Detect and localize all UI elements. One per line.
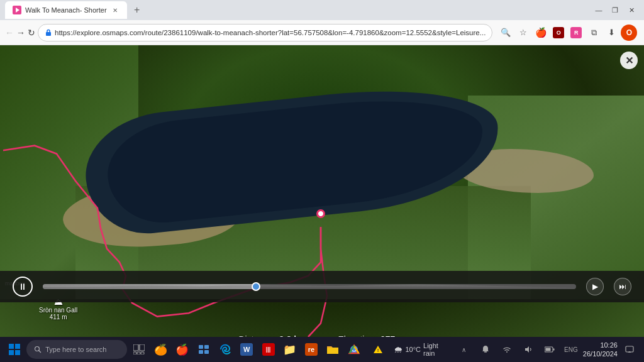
back-btn[interactable]: ← bbox=[5, 24, 14, 41]
weather-condition: Light rain bbox=[423, 342, 448, 357]
start-btn[interactable] bbox=[5, 339, 24, 359]
mountain-name: Sròn nan Gall bbox=[39, 307, 77, 314]
progress-thumb bbox=[252, 282, 260, 291]
download-btn[interactable]: ⬇ bbox=[603, 25, 619, 41]
distance-info: Distance: 3.8 km bbox=[238, 334, 306, 337]
ext1-btn[interactable]: 🍎 bbox=[533, 25, 549, 41]
svg-rect-16 bbox=[204, 350, 209, 354]
elevation-profile-svg bbox=[43, 284, 576, 289]
elevation-info: Elevation: 277 m bbox=[338, 334, 405, 337]
message-icon bbox=[625, 345, 634, 354]
svg-text:!: ! bbox=[377, 348, 379, 353]
forward-btn[interactable]: → bbox=[16, 24, 25, 41]
new-tab-btn[interactable]: + bbox=[130, 3, 145, 18]
svg-marker-23 bbox=[525, 346, 529, 353]
taskbar-search[interactable]: Type here to search bbox=[26, 340, 127, 359]
minimize-btn[interactable]: — bbox=[591, 3, 606, 18]
language-btn[interactable]: ENG bbox=[562, 339, 580, 359]
play-btn[interactable]: ▶ bbox=[586, 278, 604, 295]
address-bar[interactable]: https://explore.osmaps.com/route/2386110… bbox=[38, 24, 492, 41]
chrome-btn[interactable] bbox=[345, 339, 364, 359]
extensions-btn[interactable]: ⧉ bbox=[586, 25, 602, 41]
svg-rect-11 bbox=[137, 352, 140, 354]
search-btn[interactable]: 🔍 bbox=[497, 25, 514, 41]
fruit-icon-orange[interactable]: 🍊 bbox=[151, 339, 170, 359]
window-controls: — ❐ ✕ bbox=[591, 3, 639, 18]
svg-rect-2 bbox=[9, 344, 14, 349]
ext3-btn[interactable]: R bbox=[568, 25, 584, 41]
taskview-btn[interactable] bbox=[130, 339, 148, 359]
reload-btn[interactable]: ↻ bbox=[28, 24, 35, 41]
distance-label: Distance: bbox=[238, 334, 275, 337]
svg-rect-25 bbox=[553, 349, 554, 351]
svg-point-6 bbox=[35, 347, 40, 351]
wifi-icon[interactable] bbox=[497, 339, 516, 359]
pause-btn[interactable]: ⏸ bbox=[13, 277, 33, 297]
profile-btn[interactable]: O bbox=[621, 25, 637, 41]
toolbar: ← → ↻ https://explore.osmaps.com/route/2… bbox=[0, 20, 644, 45]
browser-window: Walk To Meanach- Shorter ✕ + — ❐ ✕ ← → ↻… bbox=[0, 0, 644, 362]
info-overlay: Distance: 3.8 km Elevation: 277 m bbox=[238, 334, 405, 337]
weather-icon: 🌧 bbox=[394, 344, 402, 354]
bookmark-btn[interactable]: ☆ bbox=[515, 25, 531, 41]
tab-title: Walk To Meanach- Shorter bbox=[25, 6, 107, 14]
svg-rect-10 bbox=[133, 352, 136, 354]
title-bar: Walk To Meanach- Shorter ✕ + — ❐ ✕ bbox=[0, 0, 644, 20]
lock-icon bbox=[45, 29, 52, 36]
action-center-btn[interactable] bbox=[620, 339, 639, 359]
language-text: ENG bbox=[564, 346, 578, 353]
battery-indicator bbox=[545, 346, 555, 353]
player-bar: ⏸ ▶ ⏭ bbox=[0, 271, 644, 302]
taskview2-btn[interactable] bbox=[194, 339, 213, 359]
svg-rect-9 bbox=[140, 344, 145, 351]
svg-line-7 bbox=[39, 351, 42, 353]
svg-marker-0 bbox=[16, 8, 19, 13]
taskbar-clock[interactable]: 10:26 26/10/2024 bbox=[583, 341, 618, 359]
toolbar-icons: 🔍 ☆ 🍎 O R ⧉ ⬇ O ⋮ bbox=[497, 25, 644, 41]
close-btn[interactable]: ✕ bbox=[624, 3, 639, 18]
sound-icon bbox=[524, 345, 533, 354]
bell-icon bbox=[481, 345, 490, 354]
folder2-btn[interactable] bbox=[323, 339, 342, 359]
recover-btn[interactable]: re bbox=[302, 339, 321, 359]
edge-icon bbox=[219, 344, 231, 355]
skip-btn[interactable]: ⏭ bbox=[614, 278, 631, 295]
svg-rect-4 bbox=[9, 350, 14, 355]
fruit-icon-apple[interactable]: 🍎 bbox=[173, 339, 192, 359]
ext2-btn[interactable]: O bbox=[550, 25, 567, 41]
notification-icon[interactable]: ! bbox=[369, 339, 387, 359]
grid-icon bbox=[199, 345, 209, 354]
menu-btn[interactable]: ⋮ bbox=[638, 25, 644, 41]
systray-expand-btn[interactable]: ∧ bbox=[455, 339, 474, 359]
tab-close-btn[interactable]: ✕ bbox=[111, 6, 119, 14]
word-btn[interactable]: W bbox=[237, 339, 256, 359]
active-tab[interactable]: Walk To Meanach- Shorter ✕ bbox=[5, 1, 127, 19]
taskbar-search-text: Type here to search bbox=[45, 346, 106, 353]
file-explorer-btn[interactable]: 📁 bbox=[280, 339, 299, 359]
edge-btn[interactable] bbox=[216, 339, 235, 359]
apps3-btn[interactable]: ||| bbox=[258, 339, 277, 359]
maximize-btn[interactable]: ❐ bbox=[608, 3, 623, 18]
svg-rect-15 bbox=[199, 350, 203, 354]
svg-rect-1 bbox=[46, 32, 51, 36]
map-container: .route-line { stroke: #e8306a; stroke-wi… bbox=[0, 45, 644, 337]
elevation-value: 277 m bbox=[380, 334, 406, 337]
svg-rect-27 bbox=[626, 346, 633, 352]
waypoint-marker bbox=[316, 209, 325, 218]
systray: ! 🌧 10°C Light rain ∧ bbox=[369, 339, 639, 359]
url-text: https://explore.osmaps.com/route/2386110… bbox=[55, 29, 486, 36]
battery-icon[interactable] bbox=[540, 339, 559, 359]
notifications-bell[interactable] bbox=[476, 339, 495, 359]
svg-rect-13 bbox=[199, 345, 203, 349]
chrome-icon bbox=[348, 343, 360, 356]
svg-rect-12 bbox=[141, 352, 144, 354]
svg-rect-8 bbox=[133, 344, 138, 351]
svg-rect-3 bbox=[15, 344, 20, 349]
svg-rect-26 bbox=[545, 348, 550, 351]
svg-rect-14 bbox=[204, 345, 209, 349]
weather-widget: 🌧 10°C Light rain bbox=[390, 342, 452, 357]
map-close-btn[interactable]: ✕ bbox=[620, 52, 638, 69]
taskbar: Type here to search 🍊 🍎 bbox=[0, 337, 644, 362]
volume-icon[interactable] bbox=[519, 339, 538, 359]
progress-bar[interactable] bbox=[43, 284, 576, 289]
